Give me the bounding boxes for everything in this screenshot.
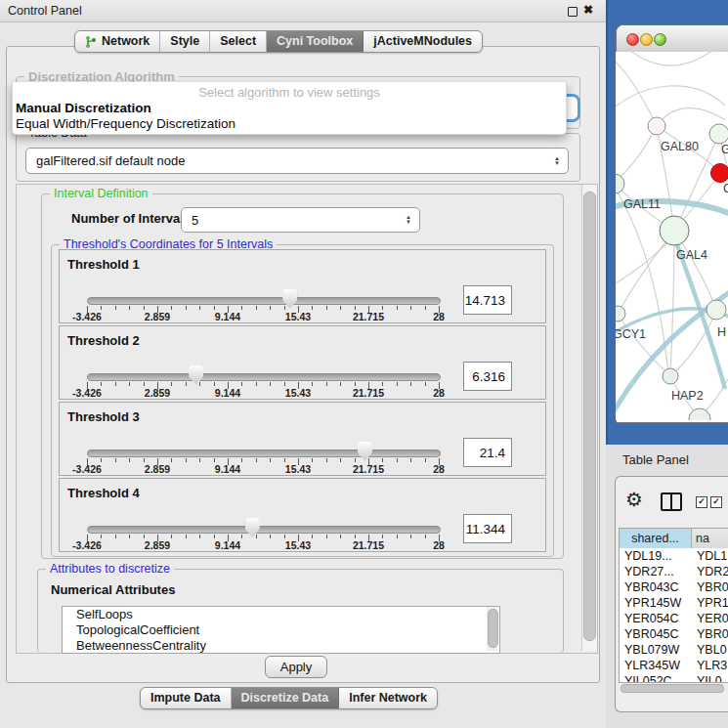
network-node[interactable] [707,300,726,320]
float-window-icon[interactable] [568,7,578,17]
table-row[interactable]: YDL19...YDL1 [620,548,728,564]
tab-jactivemnodules[interactable]: jActiveMNodules [364,31,482,52]
network-edge[interactable] [616,126,657,184]
threshold-slider-track[interactable] [87,297,441,305]
network-node[interactable] [689,408,710,420]
network-node-label: GAL11 [623,197,661,211]
minor-tick [256,458,257,462]
minor-tick [241,306,242,310]
close-traffic-light-icon[interactable] [626,33,639,46]
minor-tick [410,458,411,462]
tab-network[interactable]: Network [75,31,160,52]
tab-label: Discretize Data [241,688,329,708]
table-horizontal-scrollbar[interactable] [620,683,728,692]
attributes-scrollbar-thumb[interactable] [488,609,498,648]
vertical-scrollbar-thumb[interactable] [583,192,596,641]
minor-tick [355,458,356,462]
attribute-list-item[interactable]: SelfLoops [63,607,499,622]
network-edge[interactable] [616,57,657,126]
attributes-scrollbar[interactable] [487,607,497,651]
threshold-value-field[interactable]: 11.344 [463,514,512,543]
minor-tick [326,306,327,310]
tab-select[interactable]: Select [210,31,267,52]
attribute-list-item[interactable]: TopologicalCoefficient [63,622,499,638]
network-edge[interactable] [625,52,713,65]
minor-tick [284,382,285,386]
table-row[interactable]: YPR145WYPR1 [620,595,728,611]
column-header-shared-name[interactable]: shared... [620,529,692,548]
network-node[interactable] [660,216,689,245]
algorithm-option-equal-width[interactable]: Equal Width/Frequency Discretization [16,116,236,131]
threshold-slider-track[interactable] [87,526,441,534]
network-node[interactable] [711,164,728,183]
threshold-value-field[interactable]: 21.4 [463,438,512,467]
network-edge[interactable] [619,316,666,372]
network-node[interactable] [616,306,625,321]
minor-tick [410,535,411,538]
minor-tick [256,306,257,310]
tick-label: 21.715 [341,539,396,551]
zoom-traffic-light-icon[interactable] [654,33,666,46]
tab-discretize-data[interactable]: Discretize Data [232,688,340,708]
table-row[interactable]: YBR045CYBR0 [620,626,728,642]
network-edge[interactable] [678,173,720,226]
minimize-traffic-light-icon[interactable] [640,33,653,46]
table-row[interactable]: YBR043CYBR0 [620,579,728,595]
minor-tick [115,382,116,386]
minor-tick [326,535,327,538]
numerical-attributes-list[interactable]: SelfLoopsTopologicalCoefficientBetweenne… [62,606,500,654]
tab-label: jActiveMNodules [373,31,472,52]
attribute-list-item[interactable]: BetweennessCentrality [63,638,499,654]
threshold-value-field[interactable]: 6.316 [463,362,512,391]
apply-button[interactable]: Apply [265,656,327,678]
table-row[interactable]: YDR27...YDR2 [620,564,728,579]
number-of-intervals-spinner[interactable]: 5 ▲▼ [181,207,420,233]
tab-cyni-toolbox[interactable]: Cyni Toolbox [267,31,364,52]
gear-icon[interactable]: ⚙ [625,490,643,509]
tick-label: 28 [411,463,466,475]
network-edge[interactable] [616,186,668,372]
threshold-slider-thumb[interactable] [189,365,203,385]
table-cell-name: YBR0 [692,626,728,642]
table-row[interactable]: YLR345WYLR3 [620,658,728,673]
threshold-value-field[interactable]: 14.713 [463,285,512,315]
minor-tick [101,382,102,386]
checkbox-icon[interactable]: ✓ [696,496,707,508]
tab-infer-network[interactable]: Infer Network [339,688,437,708]
table-horizontal-scrollbar-thumb[interactable] [621,684,724,693]
node-table[interactable]: shared... na YDL19...YDL1YDR27...YDR2YBR… [619,528,728,683]
checkbox-icon[interactable]: ✓ [710,496,722,508]
threshold-slider-track[interactable] [87,373,441,381]
tab-style[interactable]: Style [160,31,210,52]
close-icon[interactable]: ✖ [583,3,593,17]
network-node[interactable] [616,174,624,193]
minor-tick [397,535,398,538]
threshold-slider-thumb[interactable] [245,518,260,537]
table-row[interactable]: YIL052CYIL0 [620,673,728,683]
network-node[interactable] [648,117,665,135]
table-row[interactable]: YER054CYER0 [620,611,728,626]
minor-tick [214,535,215,538]
network-edge[interactable] [670,231,674,374]
network-node[interactable] [709,124,728,144]
tick-label: -3.426 [60,539,114,551]
threshold-label: Threshold 4 [67,486,140,500]
column-header-name[interactable]: na [692,529,728,548]
threshold-slider-thumb[interactable] [358,442,372,461]
threshold-slider-track[interactable] [87,450,441,457]
table-cell-name: YBR0 [692,579,728,595]
columns-icon[interactable] [661,492,682,511]
tick-label: 2.859 [130,311,185,322]
network-edge[interactable] [657,108,725,126]
table-row[interactable]: YBL079WYBL0 [620,642,728,658]
minor-tick [284,306,285,310]
table-cell-name: YDR2 [692,564,728,579]
network-canvas[interactable]: GAL80GACGAL11GAL4GCY1HHAP2 [616,52,728,420]
table-cell-shared-name: YDR27... [620,564,692,579]
algorithm-option-manual[interactable]: Manual Discretization [16,101,151,115]
network-edge[interactable] [616,86,725,110]
network-node[interactable] [663,368,678,384]
table-data-combobox[interactable]: galFiltered.sif default node ▲▼ [25,148,569,174]
tab-impute-data[interactable]: Impute Data [141,688,232,708]
minor-tick [256,535,257,538]
